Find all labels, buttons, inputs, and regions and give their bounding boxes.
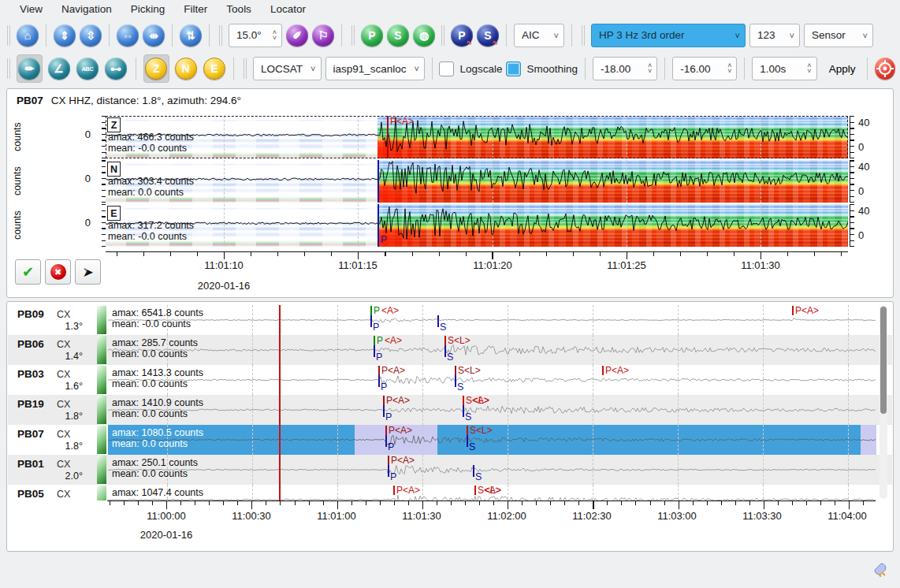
- toolbar-handle[interactable]: [7, 25, 10, 46]
- accept-pick-button[interactable]: ✔: [15, 259, 41, 285]
- menu-picking[interactable]: Picking: [122, 2, 174, 17]
- trace-plot-N[interactable]: Namax: 303.4 countsmean: 0.0 counts: [106, 160, 848, 203]
- time-step-spinbox[interactable]: 1.00s ˄˅: [752, 57, 816, 80]
- pick-line[interactable]: P: [377, 204, 379, 247]
- station-trace[interactable]: amax: 1410.9 countsmean: 0.0 countsP<A>P…: [108, 395, 873, 425]
- station-trace[interactable]: amax: 6541.8 countsmean: -0.0 countsP<A>…: [108, 305, 873, 335]
- reject-pick-button[interactable]: ✖: [45, 259, 71, 285]
- station-trace[interactable]: amax: 285.7 countsmean: 0.0 countsP<A>PS…: [108, 335, 873, 365]
- menu-navigation[interactable]: Navigation: [53, 2, 121, 17]
- station-row-PB19[interactable]: PB19CX1.8°amax: 1410.9 countsmean: 0.0 c…: [8, 395, 892, 425]
- annotate-tool-button[interactable]: ⚐: [312, 24, 334, 47]
- apply-button[interactable]: Apply: [821, 60, 864, 78]
- pick-tick: [374, 345, 375, 357]
- y-axis-label: counts: [12, 116, 24, 158]
- distance-tool-button[interactable]: ⊷: [105, 58, 127, 80]
- toolbar-handle[interactable]: [219, 25, 222, 46]
- trace-plot-Z[interactable]: P<A>Zamax: 466.3 countsmean: -0.0 counts: [106, 116, 848, 158]
- distance-ruler-icon: ⊷: [110, 62, 121, 75]
- time-fit-button[interactable]: ⇹: [143, 24, 165, 47]
- spinner-arrows-icon[interactable]: ˄˅: [801, 63, 811, 74]
- toolbar-handle[interactable]: [351, 25, 355, 46]
- amplitude-fit-button[interactable]: ⇳: [80, 24, 102, 47]
- vertical-scrollbar[interactable]: [880, 305, 887, 499]
- pick-line[interactable]: P<A>: [387, 116, 389, 158]
- smoothing-checkbox-label[interactable]: Smoothing: [506, 61, 578, 76]
- time-zoom-button[interactable]: ⇔: [117, 24, 139, 47]
- station-distance: 2.0°: [65, 471, 83, 482]
- station-row-PB03[interactable]: PB03CX1.6°amax: 1413.3 countsmean: 0.0 c…: [8, 365, 892, 395]
- station-trace[interactable]: amax: 250.1 countsmean: 0.0 countsP<A>PS: [108, 455, 873, 485]
- station-row-PB09[interactable]: PB09CX1.3°amax: 6541.8 countsmean: -0.0 …: [8, 305, 892, 335]
- show-s-arrivals-button[interactable]: S∿: [477, 24, 499, 47]
- edit-picks-button[interactable]: ✏: [18, 58, 40, 80]
- toolbar-handle[interactable]: [7, 58, 10, 79]
- toolbar-handle[interactable]: [244, 58, 247, 79]
- e-component-icon: E: [210, 62, 218, 75]
- quality-bar: [97, 456, 106, 484]
- menu-locator[interactable]: Locator: [262, 2, 314, 17]
- show-p-arrivals-button[interactable]: P∿: [451, 24, 473, 47]
- amplitude-zoom-button[interactable]: ⇕: [54, 24, 76, 47]
- separator: [506, 24, 507, 47]
- station-row-PB07[interactable]: PB07CX1.8°amax: 1080.5 countsmean: 0.0 c…: [8, 425, 892, 455]
- profile-combobox[interactable]: iasp91_scanloc ˅: [325, 57, 425, 80]
- menu-filter[interactable]: Filter: [175, 2, 216, 17]
- station-trace[interactable]: amax: 1413.3 countsmean: 0.0 countsP<A>P…: [108, 365, 873, 395]
- station-row-PB05[interactable]: PB05CXamax: 1047.4 countsP<A>S<A><L>: [8, 485, 892, 501]
- picker-algorithm-combobox[interactable]: AIC ˅: [514, 24, 564, 47]
- station-distance: 1.3°: [65, 321, 83, 332]
- station-row-PB01[interactable]: PB01CX2.0°amax: 250.1 countsmean: 0.0 co…: [8, 455, 892, 485]
- fit-horizontal-icon: ⇹: [149, 29, 158, 42]
- spinner-arrows-icon[interactable]: ˄˅: [721, 63, 731, 74]
- spectrogram-max-spinbox[interactable]: -16.00 ˄˅: [672, 57, 737, 80]
- smoothing-label: Smoothing: [526, 63, 578, 75]
- logscale-checkbox-label[interactable]: Logscale: [439, 61, 502, 76]
- logscale-checkbox[interactable]: [439, 61, 454, 76]
- label-tool-button[interactable]: ABC: [76, 58, 99, 80]
- component-n-button[interactable]: N: [175, 58, 197, 80]
- trace-amax: amax: 303.4 counts: [108, 176, 194, 187]
- origin-time-line: [279, 365, 281, 395]
- menu-tools[interactable]: Tools: [218, 2, 260, 17]
- sensor-combobox[interactable]: Sensor ˅: [804, 24, 873, 47]
- station-mean: mean: 0.0 counts: [112, 348, 188, 359]
- home-button[interactable]: ⌂: [17, 24, 39, 47]
- trace-plot-E[interactable]: PEamax: 317.2 countsmean: -0.0 counts: [106, 204, 848, 247]
- smoothing-checkbox[interactable]: [506, 61, 521, 76]
- y-axis-label: counts: [12, 160, 24, 203]
- pick-tick: [437, 315, 439, 327]
- pick-s-button[interactable]: S: [387, 24, 409, 47]
- pick-phase-label: S: [475, 471, 482, 482]
- measure-tool-button[interactable]: ✐: [286, 24, 308, 47]
- angle-spinbox[interactable]: 15.0° ˄˅: [229, 24, 282, 47]
- skip-trace-button[interactable]: ➤✕: [75, 259, 101, 285]
- component-e-button[interactable]: E: [203, 58, 225, 80]
- commit-target-button[interactable]: [875, 58, 895, 80]
- pick-line[interactable]: [377, 160, 379, 203]
- toolbar-handle[interactable]: [582, 25, 585, 46]
- squiggle-icon: ∿: [466, 39, 472, 47]
- spinner-arrows-icon[interactable]: ˄˅: [642, 63, 652, 74]
- station-trace[interactable]: amax: 1080.5 countsmean: 0.0 countsP<A>P…: [108, 425, 873, 455]
- relocate-button[interactable]: ◍: [413, 24, 435, 47]
- time-tick-label: 11:01:00: [301, 510, 372, 522]
- spinner-arrows-icon[interactable]: ˄˅: [266, 30, 277, 41]
- pick-phase-label: P: [385, 411, 392, 422]
- amplitude-unit-combobox[interactable]: 123 ˅: [749, 24, 800, 47]
- reset-view-button[interactable]: ⇅: [180, 24, 202, 47]
- menu-view[interactable]: View: [11, 2, 51, 17]
- angle-tool-button[interactable]: ∠: [48, 58, 70, 80]
- trace-amax: amax: 317.2 counts: [108, 220, 194, 231]
- station-meta: PB19CX1.8°: [8, 395, 108, 425]
- toolbar-handle[interactable]: [441, 25, 444, 46]
- pick-p-button[interactable]: P: [361, 24, 383, 47]
- filter-combobox[interactable]: HP 3 Hz 3rd order ˅: [591, 24, 746, 47]
- station-trace[interactable]: amax: 1047.4 countsP<A>S<A><L>: [108, 485, 873, 501]
- component-z-button[interactable]: Z: [145, 58, 167, 80]
- scrollbar-thumb[interactable]: [880, 307, 887, 414]
- trace-mean: mean: 0.0 counts: [108, 187, 184, 198]
- station-row-PB06[interactable]: PB06CX1.4°amax: 285.7 countsmean: 0.0 co…: [8, 335, 892, 365]
- spectrogram-min-spinbox[interactable]: -18.00 ˄˅: [593, 57, 657, 80]
- locator-combobox[interactable]: LOCSAT ˅: [253, 57, 321, 80]
